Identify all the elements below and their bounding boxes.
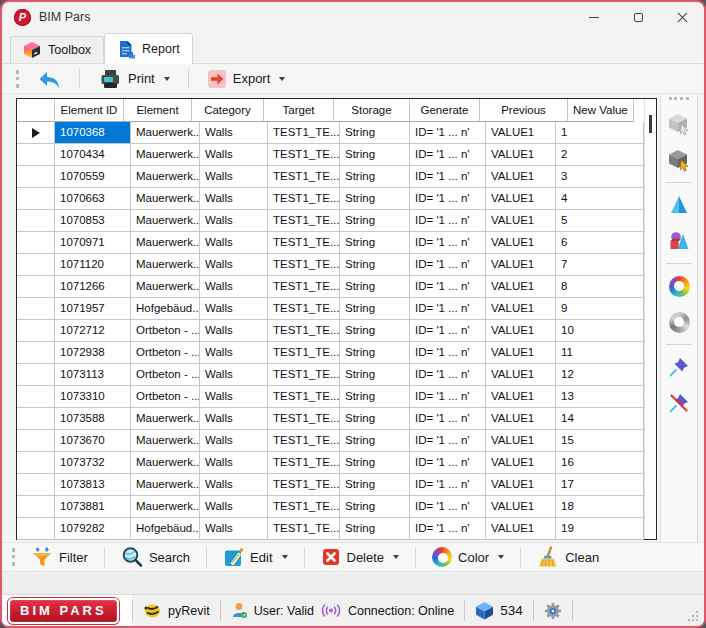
cell-generate[interactable]: ID= '1 ... n' (410, 276, 486, 298)
cell-generate[interactable]: ID= '1 ... n' (410, 144, 486, 166)
cell-category[interactable]: Walls (200, 320, 268, 342)
cell-new-value[interactable]: 8 (556, 276, 644, 298)
grid-header-cell[interactable]: Target (264, 99, 334, 122)
cell-element-id[interactable]: 1070559 (55, 166, 131, 188)
cell-target[interactable]: TEST1_TE... (268, 122, 340, 144)
tab-toolbox[interactable]: Toolbox (10, 36, 104, 63)
cell-storage[interactable]: String (340, 276, 410, 298)
cell-previous[interactable]: VALUE1 (486, 298, 556, 320)
cell-category[interactable]: Walls (200, 452, 268, 474)
cell-element[interactable]: Mauerwerk... (131, 188, 200, 210)
minimize-button[interactable] (572, 2, 616, 32)
cell-previous[interactable]: VALUE1 (486, 386, 556, 408)
row-selector[interactable] (17, 188, 55, 210)
cell-element-id[interactable]: 1073732 (55, 452, 131, 474)
cell-target[interactable]: TEST1_TE... (268, 474, 340, 496)
cell-new-value[interactable]: 11 (556, 342, 644, 364)
cell-generate[interactable]: ID= '1 ... n' (410, 232, 486, 254)
cell-new-value[interactable]: 6 (556, 232, 644, 254)
cell-previous[interactable]: VALUE1 (486, 254, 556, 276)
cell-target[interactable]: TEST1_TE... (268, 518, 340, 540)
cell-storage[interactable]: String (340, 496, 410, 518)
cell-new-value[interactable]: 1 (556, 122, 644, 144)
color-button[interactable]: Color (426, 545, 510, 569)
cell-generate[interactable]: ID= '1 ... n' (410, 342, 486, 364)
cell-new-value[interactable]: 9 (556, 298, 644, 320)
cell-category[interactable]: Walls (200, 210, 268, 232)
cell-target[interactable]: TEST1_TE... (268, 166, 340, 188)
cell-target[interactable]: TEST1_TE... (268, 276, 340, 298)
table-row[interactable]: 1073670 Mauerwerk... Walls TEST1_TE... S… (17, 430, 656, 452)
cell-category[interactable]: Walls (200, 408, 268, 430)
cell-element[interactable]: Ortbeton - ... (131, 364, 200, 386)
cell-category[interactable]: Walls (200, 166, 268, 188)
cell-element-id[interactable]: 1070853 (55, 210, 131, 232)
cell-category[interactable]: Walls (200, 474, 268, 496)
cell-category[interactable]: Walls (200, 430, 268, 452)
table-row[interactable]: 1070368 Mauerwerk... Walls TEST1_TE... S… (17, 122, 656, 144)
cell-previous[interactable]: VALUE1 (486, 144, 556, 166)
cell-generate[interactable]: ID= '1 ... n' (410, 452, 486, 474)
cell-element-id[interactable]: 1072938 (55, 342, 131, 364)
cell-category[interactable]: Walls (200, 342, 268, 364)
cell-element[interactable]: Ortbeton - ... (131, 320, 200, 342)
cell-generate[interactable]: ID= '1 ... n' (410, 364, 486, 386)
cell-category[interactable]: Walls (200, 188, 268, 210)
row-selector[interactable] (17, 364, 55, 386)
cell-element[interactable]: Mauerwerk... (131, 232, 200, 254)
cell-storage[interactable]: String (340, 474, 410, 496)
grid-header-cell[interactable]: Category (192, 99, 264, 122)
table-row[interactable]: 1072712 Ortbeton - ... Walls TEST1_TE...… (17, 320, 656, 342)
cell-element-id[interactable]: 1073813 (55, 474, 131, 496)
unpin-button[interactable] (664, 388, 694, 418)
table-row[interactable]: 1070663 Mauerwerk... Walls TEST1_TE... S… (17, 188, 656, 210)
color-elements-button[interactable] (664, 271, 694, 301)
shapes-group-button[interactable] (664, 226, 694, 256)
row-selector[interactable] (17, 386, 55, 408)
row-selector[interactable] (17, 298, 55, 320)
row-selector[interactable] (17, 276, 55, 298)
cell-element-id[interactable]: 1073113 (55, 364, 131, 386)
cell-element[interactable]: Mauerwerk... (131, 452, 200, 474)
cell-storage[interactable]: String (340, 518, 410, 540)
cell-category[interactable]: Walls (200, 298, 268, 320)
clean-button[interactable]: Clean (531, 544, 605, 570)
cell-generate[interactable]: ID= '1 ... n' (410, 320, 486, 342)
cell-element[interactable]: Mauerwerk... (131, 210, 200, 232)
table-row[interactable]: 1071957 Hofgebäud... Walls TEST1_TE... S… (17, 298, 656, 320)
cell-new-value[interactable]: 5 (556, 210, 644, 232)
close-button[interactable] (660, 2, 704, 32)
export-button[interactable]: Export (201, 67, 292, 91)
table-row[interactable]: 1073881 Mauerwerk... Walls TEST1_TE... S… (17, 496, 656, 518)
cell-storage[interactable]: String (340, 144, 410, 166)
row-selector[interactable] (17, 474, 55, 496)
row-selector[interactable] (17, 430, 55, 452)
cell-target[interactable]: TEST1_TE... (268, 452, 340, 474)
resize-grip[interactable] (688, 611, 698, 621)
vertical-scrollbar[interactable] (644, 99, 656, 539)
cell-target[interactable]: TEST1_TE... (268, 320, 340, 342)
cell-new-value[interactable]: 7 (556, 254, 644, 276)
cell-element[interactable]: Mauerwerk... (131, 430, 200, 452)
table-row[interactable]: 1071266 Mauerwerk... Walls TEST1_TE... S… (17, 276, 656, 298)
cell-target[interactable]: TEST1_TE... (268, 408, 340, 430)
cell-element-id[interactable]: 1071957 (55, 298, 131, 320)
cell-generate[interactable]: ID= '1 ... n' (410, 474, 486, 496)
cell-storage[interactable]: String (340, 430, 410, 452)
cell-previous[interactable]: VALUE1 (486, 320, 556, 342)
uncolor-elements-button[interactable] (664, 307, 694, 337)
cell-element[interactable]: Mauerwerk... (131, 144, 200, 166)
cell-element[interactable]: Mauerwerk... (131, 276, 200, 298)
table-row[interactable]: 1070559 Mauerwerk... Walls TEST1_TE... S… (17, 166, 656, 188)
cell-element[interactable]: Hofgebäud... (131, 298, 200, 320)
cell-storage[interactable]: String (340, 452, 410, 474)
cell-category[interactable]: Walls (200, 254, 268, 276)
row-selector[interactable] (17, 254, 55, 276)
cell-element-id[interactable]: 1070971 (55, 232, 131, 254)
cell-generate[interactable]: ID= '1 ... n' (410, 518, 486, 540)
cell-element[interactable]: Mauerwerk... (131, 496, 200, 518)
cell-storage[interactable]: String (340, 254, 410, 276)
cell-category[interactable]: Walls (200, 232, 268, 254)
cell-element-id[interactable]: 1071266 (55, 276, 131, 298)
cell-category[interactable]: Walls (200, 122, 268, 144)
